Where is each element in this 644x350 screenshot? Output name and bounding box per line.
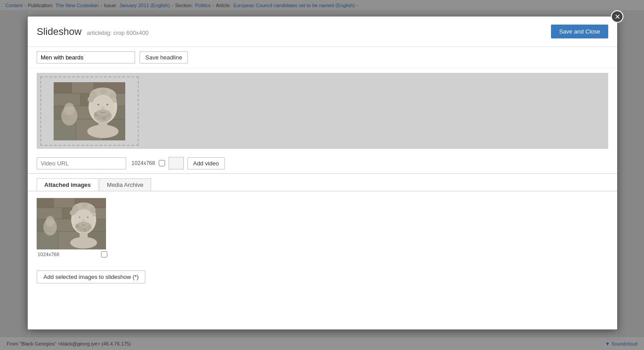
svg-point-75: [46, 216, 55, 227]
modal-header: Slideshow articlebig: crop 600x400 Save …: [28, 17, 617, 47]
close-icon: ✕: [614, 13, 620, 21]
svg-point-69: [76, 224, 80, 228]
svg-point-34: [97, 111, 100, 114]
svg-point-65: [79, 216, 81, 218]
headline-input[interactable]: [37, 51, 135, 63]
preview-image: [54, 82, 125, 140]
image-size: 1024x768: [38, 252, 59, 257]
svg-point-72: [87, 225, 91, 229]
tabs-row: Attached images Media Archive: [28, 174, 617, 191]
thumbnail-image: [37, 198, 106, 249]
images-grid: 1024x768: [28, 191, 617, 266]
svg-point-35: [105, 111, 109, 114]
svg-point-38: [64, 103, 75, 115]
video-row: 1024x768 Add video: [28, 153, 617, 173]
tab-attached-images[interactable]: Attached images: [37, 178, 98, 191]
svg-point-18: [101, 88, 107, 94]
add-video-button[interactable]: Add video: [187, 157, 225, 169]
svg-point-31: [97, 115, 102, 119]
add-slideshow-button[interactable]: Add selected images to slideshow (*): [37, 270, 145, 283]
svg-point-73: [70, 237, 97, 249]
svg-point-32: [102, 116, 106, 120]
slideshow-modal: ✕ Slideshow articlebig: crop 600x400 Sav…: [28, 17, 617, 329]
svg-point-27: [106, 104, 109, 105]
modal-subtitle: articlebig: crop 600x400: [87, 30, 148, 36]
preview-area: [37, 73, 608, 149]
modal-title: Slideshow: [37, 26, 81, 38]
save-headline-button[interactable]: Save headline: [140, 51, 188, 63]
tab-media-archive[interactable]: Media Archive: [99, 178, 151, 191]
svg-point-17: [95, 89, 102, 95]
video-checkbox[interactable]: [159, 160, 165, 166]
close-button[interactable]: ✕: [611, 10, 623, 23]
svg-point-66: [87, 216, 89, 218]
svg-point-59: [90, 207, 96, 213]
svg-point-57: [82, 203, 87, 208]
svg-rect-1: [54, 82, 72, 93]
image-thumbnail[interactable]: [37, 198, 106, 249]
video-url-input[interactable]: [37, 157, 126, 169]
svg-point-26: [97, 104, 100, 105]
image-item-info: 1024x768: [37, 249, 108, 259]
dashed-box: [40, 76, 139, 146]
statue-image: [54, 82, 125, 140]
svg-point-56: [77, 204, 83, 209]
image-select-checkbox[interactable]: [101, 251, 107, 257]
svg-rect-41: [54, 198, 75, 208]
video-size-label: 1024x768: [131, 160, 155, 166]
save-and-close-button[interactable]: Save and Close: [551, 25, 608, 38]
small-preview-box: [169, 157, 184, 169]
headline-row: Save headline: [28, 47, 617, 68]
add-slideshow-row: Add selected images to slideshow (*): [28, 266, 617, 288]
svg-point-61: [70, 210, 75, 215]
svg-point-71: [83, 228, 87, 232]
svg-point-36: [87, 125, 119, 138]
list-item: 1024x768: [37, 198, 108, 259]
svg-point-70: [79, 227, 83, 231]
modal-header-left: Slideshow articlebig: crop 600x400: [37, 26, 148, 38]
svg-rect-40: [37, 198, 54, 208]
svg-rect-2: [72, 82, 94, 93]
